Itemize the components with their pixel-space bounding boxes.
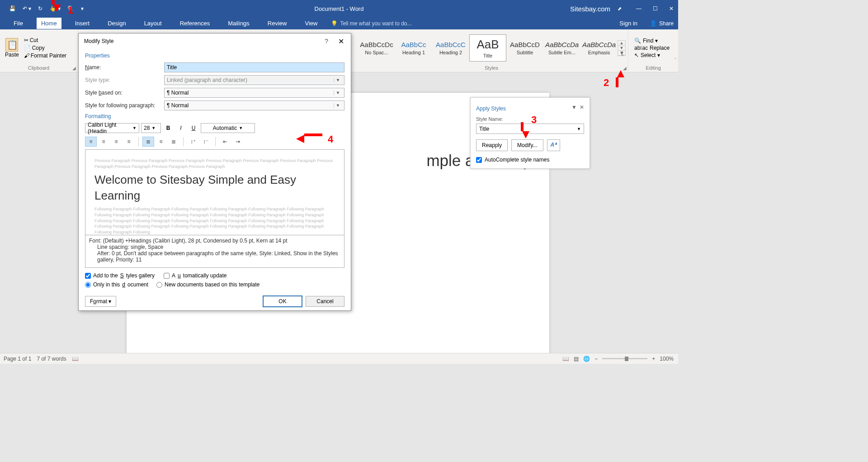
italic-button[interactable]: I xyxy=(175,123,186,133)
style-item-emphasis[interactable]: AaBbCcDaEmphasis xyxy=(580,34,618,62)
style-item-subtle-em-[interactable]: AaBbCcDaSubtle Em... xyxy=(543,34,580,62)
font-color-select[interactable]: Automatic▼ xyxy=(201,123,255,133)
zoom-slider[interactable] xyxy=(602,358,647,359)
style-preview: Previous Paragraph Previous Paragraph Pr… xyxy=(85,149,344,235)
following-select[interactable]: ¶ Normal▼ xyxy=(164,100,344,110)
tab-file[interactable]: File xyxy=(9,18,28,29)
style-name-select[interactable]: Title▼ xyxy=(476,124,584,134)
para-space-decrease-button[interactable]: ↕⁻ xyxy=(200,137,212,147)
apply-styles-close-icon[interactable]: ✕ xyxy=(580,104,584,110)
tab-home[interactable]: Home xyxy=(37,18,61,29)
style-item-no-spac-[interactable]: AaBbCcDcNo Spac... xyxy=(358,34,395,62)
minimize-button[interactable]: — xyxy=(636,5,642,12)
spacing-single-button[interactable]: ≣ xyxy=(142,137,154,147)
modify-button[interactable]: Modify... xyxy=(511,139,543,151)
tab-mailings[interactable]: Mailings xyxy=(223,18,254,29)
tab-insert[interactable]: Insert xyxy=(71,18,94,29)
web-layout-icon[interactable]: 🌐 xyxy=(583,356,590,362)
styles-scroll-down-icon[interactable]: ▼ xyxy=(618,46,625,51)
replace-button[interactable]: ab⁞ac Replace xyxy=(634,45,670,51)
clipboard-group: Paste ✂ Cut 📄 Copy 🖌 Format Painter Clip… xyxy=(0,29,78,72)
align-right-button[interactable]: ≡ xyxy=(110,137,122,147)
restore-up-icon[interactable]: ⬈ xyxy=(618,6,622,12)
word-count-label[interactable]: 7 of 7 words xyxy=(37,356,66,362)
bold-button[interactable]: B xyxy=(163,123,174,133)
find-button[interactable]: 🔍 Find ▾ xyxy=(634,38,670,44)
dialog-help-icon[interactable]: ? xyxy=(325,38,328,45)
print-preview-icon[interactable]: 🔍 xyxy=(67,5,74,12)
copy-button[interactable]: 📄 Copy xyxy=(24,45,66,51)
undo-icon[interactable]: ↶ ▾ xyxy=(23,5,31,12)
touch-mode-icon[interactable]: 👆 ▾ xyxy=(49,5,60,12)
align-left-button[interactable]: ≡ xyxy=(85,137,97,147)
site-label: Sitesbay.com xyxy=(570,5,610,13)
style-item-subtitle[interactable]: AaBbCcDSubtitle xyxy=(506,34,543,62)
tab-design[interactable]: Design xyxy=(103,18,130,29)
font-select[interactable]: Calibri Light (Headin▼ xyxy=(85,123,139,133)
only-this-document-radio[interactable]: Only in this document xyxy=(85,281,148,288)
autocomplete-checkbox[interactable]: AutoComplete style names xyxy=(476,157,584,163)
proofing-icon[interactable]: 📖 xyxy=(72,356,79,362)
share-button[interactable]: 👤 Share xyxy=(650,20,674,27)
dialog-title: Modify Style xyxy=(84,38,113,44)
close-button[interactable]: ✕ xyxy=(669,5,674,12)
new-documents-radio[interactable]: New documents based on this template xyxy=(156,281,259,288)
style-item-heading-1[interactable]: AaBbCcHeading 1 xyxy=(395,34,432,62)
page-count-label[interactable]: Page 1 of 1 xyxy=(4,356,31,362)
styles-expand-icon[interactable]: ▼̲ xyxy=(618,51,625,56)
clipboard-dialog-launcher-icon[interactable]: ◢ xyxy=(72,66,76,71)
apply-styles-dropdown-icon[interactable]: ▼ xyxy=(571,104,577,110)
ribbon-tabs: File Home Insert Design Layout Reference… xyxy=(0,17,678,29)
qat-customize-icon[interactable]: ▾ xyxy=(81,5,84,12)
save-icon[interactable]: 💾 xyxy=(9,5,16,12)
cancel-button[interactable]: Cancel xyxy=(306,296,344,307)
dialog-close-icon[interactable]: ✕ xyxy=(338,37,344,46)
zoom-in-button[interactable]: + xyxy=(652,356,655,362)
auto-update-checkbox[interactable]: Automatically update xyxy=(164,272,226,279)
spacing-double-button[interactable]: ≣ xyxy=(168,137,179,147)
tab-layout[interactable]: Layout xyxy=(140,18,166,29)
styles-scroll-up-icon[interactable]: ▲ xyxy=(618,41,625,46)
indent-increase-button[interactable]: ⇥ xyxy=(232,137,244,147)
spacing-onehalf-button[interactable]: ≡ xyxy=(155,137,167,147)
collapse-ribbon-icon[interactable]: ˆ xyxy=(675,57,676,63)
styles-gallery-scroll: ▲ ▼ ▼̲ xyxy=(618,40,626,56)
tab-references[interactable]: References xyxy=(175,18,214,29)
format-dropdown-button[interactable]: Format ▾ xyxy=(85,296,116,307)
print-layout-icon[interactable]: ▤ xyxy=(574,356,579,362)
modify-style-dialog: Modify Style ? ✕ Properties Name: Style … xyxy=(78,33,351,311)
styles-dialog-launcher-icon[interactable]: ◢ xyxy=(623,66,627,71)
read-mode-icon[interactable]: 📖 xyxy=(562,356,569,362)
name-input[interactable] xyxy=(164,62,344,72)
para-space-increase-button[interactable]: ↕⁺ xyxy=(187,137,199,147)
select-button[interactable]: ↖ Select ▾ xyxy=(634,52,670,58)
window-buttons: — ☐ ✕ xyxy=(636,5,674,12)
format-painter-button[interactable]: 🖌 Format Painter xyxy=(24,52,66,59)
tab-review[interactable]: Review xyxy=(263,18,292,29)
ok-button[interactable]: OK xyxy=(263,296,302,307)
align-center-button[interactable]: ≡ xyxy=(98,137,109,147)
style-item-heading-2[interactable]: AaBbCcCHeading 2 xyxy=(432,34,469,62)
tab-view[interactable]: View xyxy=(300,18,322,29)
underline-button[interactable]: U xyxy=(188,123,199,133)
based-on-select[interactable]: ¶ Normal▼ xyxy=(164,88,344,98)
font-size-select[interactable]: 28▼ xyxy=(141,123,161,133)
cut-button[interactable]: ✂ Cut xyxy=(24,37,66,43)
align-justify-button[interactable]: ≡ xyxy=(123,137,135,147)
redo-icon[interactable]: ↻ xyxy=(38,5,42,12)
reapply-button[interactable]: Reapply xyxy=(476,139,508,151)
add-to-gallery-checkbox[interactable]: Add to the Styles gallery xyxy=(85,272,155,279)
titlebar: 💾 ↶ ▾ ↻ 👆 ▾ 🔍 ▾ Document1 - Word Sitesba… xyxy=(0,0,678,17)
maximize-button[interactable]: ☐ xyxy=(653,5,658,12)
styles-gallery: AaBbCcDcNo Spac...AaBbCcHeading 1AaBbCcC… xyxy=(358,34,618,62)
tell-me-search[interactable]: 💡 Tell me what you want to do... xyxy=(331,20,411,27)
sign-in-link[interactable]: Sign in xyxy=(619,20,637,27)
styles-pane-icon[interactable]: A⁴ xyxy=(547,139,561,151)
zoom-out-button[interactable]: − xyxy=(594,356,598,362)
style-item-title[interactable]: AaBTitle xyxy=(469,34,506,62)
style-type-select: Linked (paragraph and character)▼ xyxy=(164,75,344,85)
zoom-level[interactable]: 100% xyxy=(660,356,674,362)
paste-button[interactable]: Paste xyxy=(2,37,22,59)
indent-decrease-button[interactable]: ⇤ xyxy=(219,137,231,147)
status-bar: Page 1 of 1 7 of 7 words 📖 📖 ▤ 🌐 − + 100… xyxy=(0,353,678,364)
